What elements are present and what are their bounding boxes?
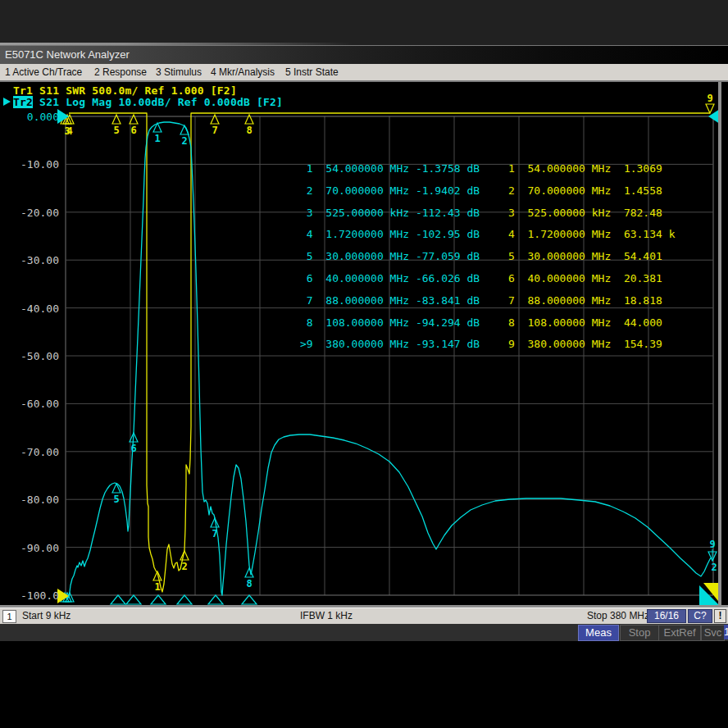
- y-axis-label: -40.00: [2, 303, 59, 315]
- softkey-bar: MeasStopExtRefSvc1: [0, 624, 728, 642]
- marker-row-8: 8 108.00000 MHz -94.294 dB: [300, 317, 480, 328]
- bottom-bezel: [0, 641, 728, 728]
- marker-table-trace2: 1 54.000000 MHz -1.3758 dB 2 70.000000 M…: [300, 163, 480, 262]
- marker-row-6: 6 40.000000 MHz 20.381: [508, 273, 676, 284]
- trace2-header[interactable]: Tr2 S21 Log Mag 10.00dB/ Ref 0.000dB [F2…: [13, 96, 283, 108]
- marker-label: 6: [130, 443, 136, 454]
- marker-label: 8: [246, 125, 252, 136]
- trace2-name: Tr2: [13, 96, 33, 108]
- marker-triangle: [706, 104, 714, 113]
- marker-label: 8: [246, 578, 252, 589]
- stop-frequency-label[interactable]: Stop 380 MHz: [587, 610, 649, 621]
- marker-label: 6: [130, 125, 136, 136]
- trace1-name: Tr1: [13, 84, 33, 97]
- marker-position-triangle: [126, 595, 141, 604]
- marker-label: 9: [709, 539, 715, 550]
- marker-row-4: 4 1.7200000 MHz -102.95 dB: [300, 229, 480, 239]
- marker-row-3: 3 525.00000 kHz -112.43 dB: [300, 207, 480, 218]
- y-axis-label: -60.00: [2, 398, 59, 410]
- marker-label: 2: [181, 135, 187, 147]
- active-trace-arrow-icon: [3, 98, 11, 106]
- softkey-stop[interactable]: Stop: [620, 625, 659, 641]
- y-axis-label: 0.000: [2, 111, 59, 123]
- marker-row-8: 8 108.00000 MHz 44.000: [508, 317, 676, 328]
- y-axis-label: -20.00: [2, 207, 59, 219]
- marker-row-4: 4 1.7200000 MHz 63.134 k: [508, 229, 676, 239]
- marker-position-triangle: [208, 595, 223, 604]
- marker-label: 1: [154, 133, 160, 144]
- instrument-display: 12567812567834992 Tr1 S11 SWR 500.0m/ Re…: [0, 82, 728, 607]
- marker-label: 5: [113, 494, 119, 505]
- marker-label: 5: [113, 125, 119, 136]
- marker-label: 7: [212, 125, 217, 136]
- marker-label: 2: [711, 562, 717, 573]
- softkey-overflow[interactable]: 1: [724, 625, 728, 639]
- ifbw-label[interactable]: IFBW 1 kHz: [300, 610, 353, 621]
- marker-label: 7: [212, 528, 217, 539]
- softkey-meas[interactable]: Meas: [578, 625, 619, 641]
- marker-table-trace1: 1 54.000000 MHz 1.30692 70.000000 MHz 1.…: [508, 163, 676, 262]
- marker-row-7: 7 88.000000 MHz 18.818: [508, 295, 676, 306]
- analyzer-screen: E5071C Network Analyzer 1 Active Ch/Trac…: [0, 0, 728, 728]
- marker-position-triangle: [177, 595, 192, 604]
- screen-frame-right: [718, 82, 721, 607]
- start-frequency-label[interactable]: Start 9 kHz: [22, 610, 71, 621]
- y-axis-label: -10.00: [2, 158, 59, 171]
- marker-label: 9: [707, 93, 712, 104]
- softkey-svc[interactable]: Svc: [701, 625, 725, 641]
- marker-label: 4: [66, 125, 72, 137]
- y-axis-label: -80.00: [2, 494, 59, 506]
- y-axis-label: -30.00: [2, 254, 59, 266]
- marker-row-6: 6 40.000000 MHz -66.026 dB: [300, 273, 480, 284]
- alert-indicator: !: [714, 609, 726, 623]
- marker-row-1: 1 54.000000 MHz 1.3069: [508, 163, 676, 174]
- tr2-ref-arrow-left: [57, 109, 69, 124]
- marker-row-2: 2 70.000000 MHz 1.4558: [508, 185, 676, 196]
- marker-row-9: 9 380.00000 MHz 154.39: [508, 339, 676, 349]
- correction-badge: C?: [688, 609, 712, 623]
- marker-label: 1: [154, 581, 160, 593]
- trace1-params: S11 SWR 500.0m/ Ref 1.000 [F2]: [33, 84, 237, 97]
- marker-row-9: >9 380.00000 MHz -93.147 dB: [300, 339, 480, 349]
- marker-label: 2: [181, 561, 187, 572]
- channel-indicator: 1: [2, 610, 16, 623]
- marker-row-3: 3 525.00000 kHz 782.48: [508, 207, 676, 218]
- sweep-count-badge: 16/16: [647, 609, 686, 623]
- marker-row-5: 5 30.000000 MHz 54.401: [508, 251, 676, 262]
- marker-position-triangle: [151, 595, 166, 604]
- y-axis-label: -70.00: [2, 446, 59, 458]
- y-axis-label: -90.00: [2, 542, 59, 554]
- trace2-params: S21 Log Mag 10.00dB/ Ref 0.000dB [F2]: [33, 96, 283, 108]
- marker-row-5: 5 30.000000 MHz -77.059 dB: [300, 251, 480, 262]
- marker-position-triangle: [111, 595, 125, 604]
- marker-position-triangle: [242, 595, 257, 604]
- marker-row-2: 2 70.000000 MHz -1.9402 dB: [300, 185, 480, 196]
- softkey-extref[interactable]: ExtRef: [658, 625, 701, 641]
- trace1-header[interactable]: Tr1 S11 SWR 500.0m/ Ref 1.000 [F2]: [13, 84, 237, 97]
- y-axis-label: -50.00: [2, 350, 59, 362]
- y-axis-label: -100.0: [2, 589, 59, 602]
- marker-row-1: 1 54.000000 MHz -1.3758 dB: [300, 163, 480, 174]
- marker-row-7: 7 88.000000 MHz -83.841 dB: [300, 295, 480, 306]
- status-bar: 1 Start 9 kHz IFBW 1 kHz Stop 380 MHz 16…: [0, 607, 728, 625]
